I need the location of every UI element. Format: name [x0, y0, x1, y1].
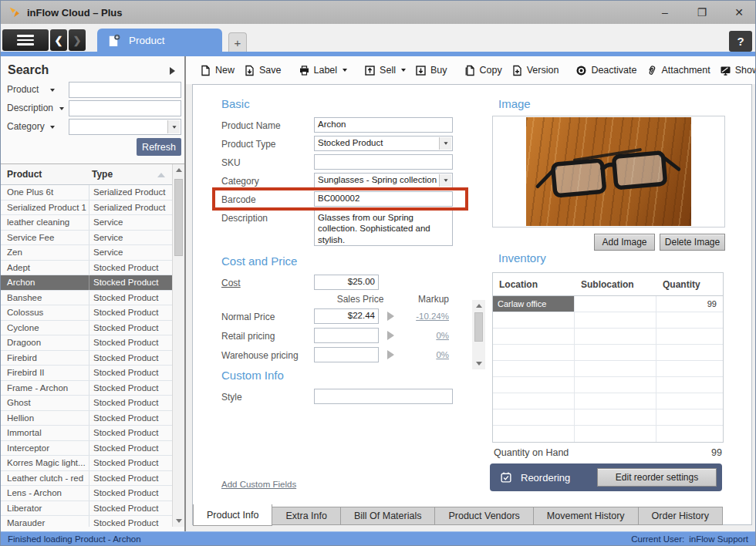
markup-link[interactable]: -10.24% — [409, 312, 449, 321]
product-type-cell[interactable]: Stocked Product — [89, 396, 172, 410]
apply-markup-icon[interactable] — [387, 350, 394, 359]
product-type-cell[interactable]: Stocked Product — [89, 321, 172, 335]
inventory-row[interactable] — [493, 393, 723, 410]
quantity-cell[interactable] — [656, 361, 723, 376]
product-name-cell[interactable]: Firebird II — [1, 366, 89, 380]
inventory-row[interactable] — [493, 426, 723, 442]
sublocation-cell[interactable] — [575, 296, 656, 312]
pricing-scroll-down-icon[interactable] — [472, 358, 485, 369]
product-field-selector-icon[interactable] — [50, 89, 55, 92]
back-button[interactable]: ❮ — [50, 29, 67, 51]
product-list-scrollbar[interactable] — [172, 164, 184, 527]
product-type-cell[interactable]: Service — [89, 245, 172, 260]
location-cell[interactable] — [493, 426, 575, 442]
product-type-cell[interactable]: Stocked Product — [89, 305, 172, 320]
maximize-button[interactable]: ❐ — [695, 6, 709, 19]
inventory-row[interactable] — [493, 377, 723, 393]
location-cell[interactable] — [493, 312, 575, 328]
product-name-cell[interactable]: Ghost — [1, 396, 89, 410]
search-description-input[interactable] — [69, 100, 181, 116]
product-name-cell[interactable]: One Plus 6t — [1, 185, 89, 200]
markup-link[interactable]: 0% — [409, 350, 449, 359]
sales-price-input[interactable] — [314, 347, 379, 362]
version-button[interactable]: Version — [507, 62, 564, 79]
forward-button[interactable]: ❯ — [69, 29, 86, 51]
product-photo-glasses[interactable] — [526, 117, 691, 226]
sell-dropdown-icon[interactable] — [401, 69, 406, 72]
quantity-cell[interactable] — [656, 329, 723, 344]
product-type-cell[interactable]: Stocked Product — [89, 291, 172, 305]
product-name-cell[interactable]: Service Fee — [1, 231, 89, 245]
close-button[interactable]: ✕ — [732, 6, 746, 19]
add-image-button[interactable]: Add Image — [594, 234, 655, 251]
product-name-cell[interactable]: Colossus — [1, 305, 89, 320]
scroll-up-icon[interactable] — [173, 164, 184, 176]
product-type-cell[interactable]: Stocked Product — [89, 501, 172, 516]
help-button[interactable]: ? — [729, 31, 752, 52]
inventory-row[interactable] — [493, 329, 723, 345]
detail-tab[interactable]: Product Vendors — [435, 507, 533, 525]
product-type-cell[interactable]: Stocked Product — [89, 351, 172, 366]
product-type-cell[interactable]: Stocked Product — [89, 366, 172, 380]
product-list-row[interactable]: Cyclone Stocked Product — [1, 321, 172, 336]
product-type-combobox[interactable]: Stocked Product — [314, 136, 453, 151]
apply-markup-icon[interactable] — [387, 331, 394, 340]
collapse-panel-icon[interactable] — [170, 67, 175, 75]
product-list-row[interactable]: Immortal Stocked Product — [1, 426, 172, 441]
label-button[interactable]: Label — [294, 62, 353, 79]
scroll-down-icon[interactable] — [173, 515, 184, 527]
column-type[interactable]: Type — [92, 169, 113, 180]
showroom-button[interactable]: Showroom — [715, 62, 756, 79]
sales-price-input[interactable] — [314, 328, 379, 343]
location-cell[interactable] — [493, 410, 575, 425]
save-button[interactable]: Save — [239, 62, 286, 79]
sublocation-cell[interactable] — [575, 410, 656, 425]
product-list-row[interactable]: Firebird II Stocked Product — [1, 366, 172, 381]
location-cell[interactable] — [493, 361, 575, 376]
edit-reorder-settings-button[interactable]: Edit reorder settings — [597, 468, 717, 487]
product-list-row[interactable]: One Plus 6t Serialized Product — [1, 185, 172, 201]
quantity-cell[interactable] — [656, 312, 723, 328]
pricing-scrollbar[interactable] — [472, 300, 485, 369]
product-name-cell[interactable]: Lens - Archon — [1, 486, 89, 501]
product-list-row[interactable]: leather cleaning Service — [1, 215, 172, 231]
detail-tab[interactable]: Product Info — [193, 504, 272, 526]
cost-input[interactable]: $25.00 — [314, 275, 379, 290]
product-type-cell[interactable]: Stocked Product — [89, 471, 172, 486]
sublocation-cell[interactable] — [575, 377, 656, 393]
product-name-cell[interactable]: Interceptor — [1, 441, 89, 456]
product-type-cell[interactable]: Serialized Product — [89, 185, 172, 200]
product-list-row[interactable]: Zen Service — [1, 245, 172, 261]
category-field-selector-icon[interactable] — [50, 126, 55, 129]
main-menu-button[interactable] — [2, 29, 49, 51]
product-name-cell[interactable]: leather cleaning — [1, 215, 89, 230]
product-name-cell[interactable]: Frame - Archon — [1, 381, 89, 396]
inventory-row[interactable] — [493, 312, 723, 329]
inventory-row[interactable] — [493, 361, 723, 377]
product-type-cell[interactable]: Stocked Product — [89, 456, 172, 470]
tab-product[interactable]: Product — [97, 29, 222, 52]
sublocation-cell[interactable] — [575, 329, 656, 344]
product-type-cell[interactable]: Stocked Product — [89, 441, 172, 456]
sublocation-cell[interactable] — [575, 312, 656, 328]
product-list-row[interactable]: Firebird Stocked Product — [1, 351, 172, 366]
quantity-cell[interactable]: 99 — [656, 296, 723, 312]
product-list-row[interactable]: Leather clutch - red Stocked Product — [1, 471, 172, 487]
product-list-header[interactable]: Product Type — [1, 164, 172, 185]
product-list-row[interactable]: Ghost Stocked Product — [1, 396, 172, 411]
quantity-cell[interactable] — [656, 377, 723, 393]
add-custom-fields-link[interactable]: Add Custom Fields — [221, 480, 296, 489]
attachment-button[interactable]: Attachment — [641, 62, 714, 79]
detail-tab[interactable]: Extra Info — [272, 507, 341, 525]
sublocation-cell[interactable] — [575, 345, 656, 360]
detail-tab[interactable]: Movement History — [534, 507, 639, 525]
category-combobox[interactable]: Sunglasses - Spring collection — [314, 173, 453, 188]
location-cell[interactable] — [493, 393, 575, 409]
product-list-row[interactable]: Service Fee Service — [1, 231, 172, 246]
location-cell[interactable] — [493, 377, 575, 393]
product-list-row[interactable]: Korres Magic light... Stocked Product — [1, 456, 172, 471]
product-list-row[interactable]: Hellion Stocked Product — [1, 411, 172, 426]
label-dropdown-icon[interactable] — [343, 69, 347, 72]
location-cell[interactable]: Carlaw office — [493, 296, 575, 312]
product-list-row[interactable]: Liberator Stocked Product — [1, 501, 172, 517]
